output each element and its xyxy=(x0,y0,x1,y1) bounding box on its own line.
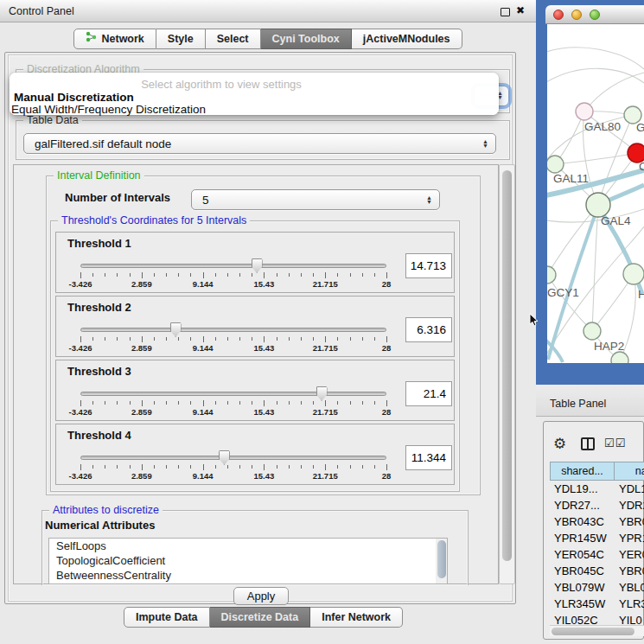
network-node[interactable] xyxy=(583,322,601,340)
tick-mark xyxy=(166,273,167,277)
tick-mark xyxy=(313,273,314,277)
cell-name[interactable]: YDL1 xyxy=(615,481,644,497)
tick-label: 2.859 xyxy=(131,343,152,353)
gear-icon[interactable]: ⚙ xyxy=(553,435,566,453)
vertical-scrollbar[interactable] xyxy=(499,164,515,584)
cell-shared-name[interactable]: YER054C xyxy=(550,546,615,563)
columns-icon[interactable] xyxy=(581,437,595,450)
float-window-icon[interactable] xyxy=(501,8,510,16)
slider-thumb[interactable] xyxy=(252,258,263,273)
slider-thumb[interactable] xyxy=(170,322,182,337)
threshold-4-value-field[interactable]: 11.344 xyxy=(405,445,452,470)
cell-shared-name[interactable]: YDL19... xyxy=(550,481,615,497)
cell-shared-name[interactable]: YBL079W xyxy=(550,579,615,596)
list-item[interactable]: SelfLoops xyxy=(49,539,447,553)
cell-name[interactable]: YER0 xyxy=(615,546,644,563)
threshold-1-panel: Threshold 1 -3.4262.8599.14415.4321.7152… xyxy=(55,232,455,293)
column-header-name[interactable]: name xyxy=(615,462,644,481)
table-row[interactable]: YDR27...YDR2 xyxy=(550,497,644,513)
tab-network[interactable]: Network xyxy=(73,29,156,49)
tick-mark xyxy=(227,273,228,277)
cell-name[interactable]: YBL0 xyxy=(615,579,644,596)
thresholds-group-title: Threshold's Coordinates for 5 Intervals xyxy=(58,214,250,226)
menu-item-equal-width-frequency[interactable]: Equal Width/Frequency Discretization xyxy=(11,103,206,116)
cell-shared-name[interactable]: YBR045C xyxy=(550,563,615,579)
close-icon[interactable]: ✖ xyxy=(516,4,525,16)
cell-name[interactable]: YPR1 xyxy=(615,530,644,546)
scrollbar-thumb[interactable] xyxy=(437,540,446,578)
slider-tick-labels: -3.4262.8599.14415.4321.71528 xyxy=(80,279,386,289)
threshold-2-value-field[interactable]: 6.316 xyxy=(405,317,452,342)
horizontal-scrollbar[interactable] xyxy=(550,625,644,636)
tick-mark xyxy=(166,401,167,405)
network-node[interactable] xyxy=(547,266,556,284)
slider-thumb[interactable] xyxy=(316,386,328,401)
scrollbar-thumb[interactable] xyxy=(552,628,634,635)
network-node[interactable] xyxy=(547,156,564,173)
network-node[interactable] xyxy=(586,193,610,217)
cell-name[interactable]: YLR3 xyxy=(615,596,644,612)
menu-item-manual-discretization[interactable]: Manual Discretization xyxy=(14,91,134,104)
table-header-row: shared... name xyxy=(550,462,644,481)
network-node[interactable] xyxy=(623,264,644,284)
network-canvas[interactable]: GAL80G.CGAL11GAL4GCY1HHAP2 xyxy=(547,24,644,363)
network-node[interactable] xyxy=(576,103,593,120)
table-row[interactable]: YER054CYER0 xyxy=(550,546,644,563)
cell-name[interactable]: YDR2 xyxy=(615,497,644,513)
tick-mark xyxy=(337,337,338,341)
tab-cyni-toolbox[interactable]: Cyni Toolbox xyxy=(261,29,352,49)
column-header-shared-name[interactable]: shared... xyxy=(550,462,615,481)
tab-impute-data[interactable]: Impute Data xyxy=(124,607,210,628)
table-row[interactable]: YPR145WYPR1 xyxy=(550,530,644,546)
tick-mark xyxy=(325,464,326,470)
top-tab-bar: Network Style Select Cyni Toolbox jActiv… xyxy=(0,29,536,49)
tab-style[interactable]: Style xyxy=(156,29,206,49)
cell-name[interactable]: YBR0 xyxy=(615,513,644,530)
minimize-traffic-light[interactable] xyxy=(571,10,582,20)
tab-select[interactable]: Select xyxy=(206,29,261,49)
tick-mark xyxy=(178,401,179,405)
network-node[interactable] xyxy=(611,352,628,363)
apply-button[interactable]: Apply xyxy=(233,587,289,605)
tick-mark xyxy=(203,400,204,406)
table-row[interactable]: YBR045CYBR0 xyxy=(550,563,644,579)
tab-infer-network[interactable]: Infer Network xyxy=(310,607,403,628)
mouse-cursor xyxy=(529,313,539,332)
threshold-1-slider[interactable] xyxy=(80,264,386,268)
threshold-1-value-field[interactable]: 14.713 xyxy=(405,253,452,278)
tab-discretize-label: Discretize Data xyxy=(221,608,299,627)
table-row[interactable]: YBR043CYBR0 xyxy=(550,513,644,530)
tab-jactivemnodules[interactable]: jActiveMNodules xyxy=(352,29,462,49)
list-item[interactable]: TopologicalCoefficient xyxy=(49,553,447,568)
tick-label: -3.426 xyxy=(69,471,92,481)
tick-mark xyxy=(92,337,93,341)
tick-label: 9.144 xyxy=(193,407,214,417)
threshold-3-slider[interactable] xyxy=(80,392,386,396)
list-scrollbar[interactable] xyxy=(436,539,447,583)
table-row[interactable]: YBL079WYBL0 xyxy=(550,579,644,596)
cell-shared-name[interactable]: YPR145W xyxy=(550,530,615,546)
cell-name[interactable]: YBR0 xyxy=(615,563,644,579)
tick-mark xyxy=(350,337,351,341)
cell-shared-name[interactable]: YDR27... xyxy=(550,497,615,513)
slider-thumb[interactable] xyxy=(219,450,230,465)
tick-mark xyxy=(252,273,252,277)
scrollbar-thumb[interactable] xyxy=(502,170,512,561)
threshold-3-value-field[interactable]: 21.4 xyxy=(405,381,452,406)
close-traffic-light[interactable] xyxy=(553,10,564,20)
numerical-attributes-list[interactable]: SelfLoopsTopologicalCoefficientBetweenne… xyxy=(48,538,448,584)
zoom-traffic-light[interactable] xyxy=(590,10,600,20)
tick-mark xyxy=(203,272,204,278)
tab-discretize-data[interactable]: Discretize Data xyxy=(210,607,311,628)
cell-shared-name[interactable]: YLR345W xyxy=(550,596,615,612)
cell-shared-name[interactable]: YBR043C xyxy=(550,513,615,530)
table-data-combobox[interactable]: galFiltered.sif default node ▲▼ xyxy=(23,133,496,154)
list-item[interactable]: BetweennessCentrality xyxy=(49,568,447,583)
threshold-2-slider[interactable] xyxy=(80,328,386,332)
number-of-intervals-combobox[interactable]: 5 ▲▼ xyxy=(191,189,440,210)
table-row[interactable]: YLR345WYLR3 xyxy=(550,596,644,612)
threshold-4-slider[interactable] xyxy=(80,456,386,460)
checkboxes-icon[interactable]: ☑☑ xyxy=(604,437,626,450)
table-row[interactable]: YDL19...YDL1 xyxy=(550,481,644,497)
node-label: GAL80 xyxy=(584,120,621,133)
